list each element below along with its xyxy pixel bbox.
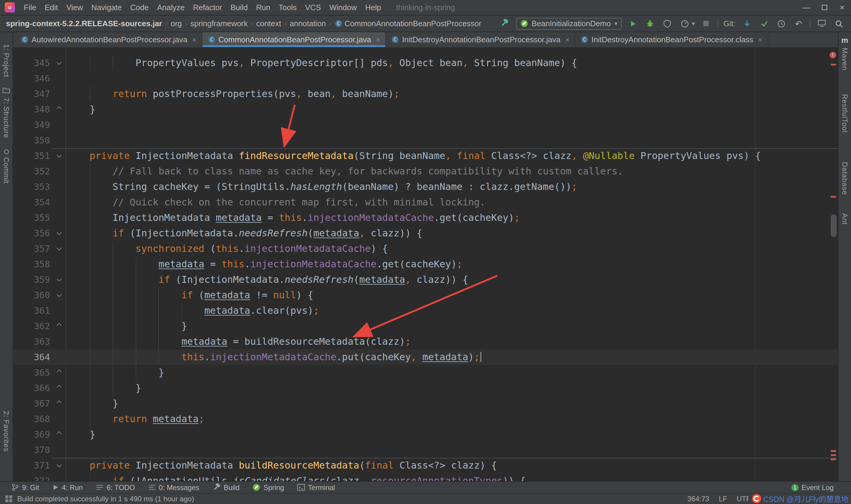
line-number[interactable]: 345 [13,55,50,71]
fold-end-icon[interactable] [50,365,67,380]
fold-end-icon[interactable] [50,380,67,396]
menu-build[interactable]: Build [226,3,252,12]
line-number[interactable]: 365 [13,365,50,380]
code-line-363[interactable]: 363metadata = buildResourceMetadata(claz… [13,334,838,349]
code-line-372[interactable]: 372if (!AnnotationUtils.isCandidateClass… [13,473,838,481]
tool-window-button-build[interactable]: Build [212,483,239,491]
fold-collapse-icon[interactable] [50,458,67,473]
code-line-358[interactable]: 358metadata = this.injectionMetadataCach… [13,257,838,272]
tool-window-button-4-run[interactable]: 4: Run [52,483,83,491]
error-indicator-badge[interactable]: ! [830,52,836,58]
code-line-361[interactable]: 361metadata.clear(pvs); [13,303,838,319]
line-number[interactable]: 351 [13,148,50,164]
line-number[interactable]: 366 [13,380,50,396]
tool-button-1-project[interactable]: 1: Project [0,44,13,77]
code-line-370[interactable]: 370 [13,443,838,458]
breadcrumb-item-annotation[interactable]: annotation [290,19,326,28]
code-line-362[interactable]: 362} [13,319,838,334]
code-line-350[interactable]: 350 [13,133,838,148]
run-config-selector[interactable]: BeanInitializationDemo▾ [516,18,621,30]
search-icon[interactable] [833,18,845,30]
breadcrumb-item-context[interactable]: context [256,19,281,28]
code-line-360[interactable]: 360if (metadata != null) { [13,288,838,303]
line-number[interactable]: 363 [13,334,50,349]
line-number[interactable]: 368 [13,411,50,427]
close-icon[interactable]: × [758,35,762,44]
tool-window-button-spring[interactable]: Spring [253,483,284,491]
line-number[interactable]: 355 [13,210,50,226]
breadcrumb-item-springframework[interactable]: springframework [190,19,248,28]
code-line-356[interactable]: 356if (InjectionMetadata.needsRefresh(me… [13,226,838,241]
debug-bug-icon[interactable] [644,18,656,30]
fold-collapse-icon[interactable] [50,288,67,303]
error-stripe-mark[interactable] [831,454,836,456]
code-line-347[interactable]: 347return postProcessProperties(pvs, bea… [13,86,838,102]
menu-refactor[interactable]: Refactor [189,3,226,12]
line-number[interactable]: 350 [13,133,50,148]
close-icon[interactable]: × [565,35,569,44]
tool-window-button-9-git[interactable]: 9: Git [11,483,39,491]
menu-analyze[interactable]: Analyze [153,3,189,12]
fold-end-icon[interactable] [50,396,67,411]
layout-monitor-icon[interactable] [816,18,828,30]
tool-window-button-0-messages[interactable]: 0: Messages [148,483,199,491]
line-number[interactable]: 369 [13,427,50,443]
line-number[interactable]: 354 [13,195,50,210]
menu-file[interactable]: File [20,3,40,12]
commit-check-icon[interactable] [758,18,770,30]
error-stripe[interactable]: ! [829,48,838,481]
fold-collapse-icon[interactable] [50,226,67,241]
code-line-355[interactable]: 355InjectionMetadata metadata = this.inj… [13,210,838,226]
code-line-369[interactable]: 369} [13,427,838,443]
tool-window-button-terminal[interactable]: Terminal [297,483,335,491]
code-line-351[interactable]: 351private InjectionMetadata findResourc… [13,148,838,164]
menu-code[interactable]: Code [126,3,153,12]
error-stripe-mark[interactable] [831,450,836,452]
menu-navigate[interactable]: Navigate [87,3,126,12]
code-line-359[interactable]: 359if (InjectionMetadata.needsRefresh(me… [13,272,838,288]
fold-collapse-icon[interactable] [50,148,67,164]
tab-initdestroyannotationbeanpostprocessor-java[interactable]: CInitDestroyAnnotationBeanPostProcessor.… [386,32,575,47]
fold-collapse-icon[interactable] [50,55,67,71]
menu-window[interactable]: Window [325,3,361,12]
tab-commonannotationbeanpostprocessor-java[interactable]: CCommonAnnotationBeanPostProcessor.java× [202,32,386,47]
line-number[interactable]: 353 [13,179,50,195]
menu-run[interactable]: Run [252,3,274,12]
close-button[interactable]: × [833,3,851,12]
breadcrumb-item-commonannotationbeanpostprocessor[interactable]: CCommonAnnotationBeanPostProcessor [334,19,482,28]
code-editor[interactable]: 345PropertyValues pvs, PropertyDescripto… [13,48,838,481]
build-hammer-teal-icon[interactable] [499,18,511,30]
close-icon[interactable]: × [192,35,196,44]
code-line-354[interactable]: 354// Quick check on the concurrent map … [13,195,838,210]
line-number[interactable]: 358 [13,257,50,272]
commit-ball-icon[interactable] [0,149,13,155]
fold-collapse-icon[interactable] [50,272,67,288]
line-number[interactable]: 370 [13,443,50,458]
line-number[interactable]: 347 [13,86,50,102]
fold-end-icon[interactable] [50,427,67,443]
window-switcher-icon[interactable] [5,495,13,503]
tool-window-button-6-todo[interactable]: 6: TODO [96,483,135,491]
line-number[interactable]: 360 [13,288,50,303]
line-number[interactable]: 364 [13,349,50,365]
editor-scrollbar-thumb[interactable] [831,214,837,237]
coverage-icon[interactable] [661,18,673,30]
line-number[interactable]: 362 [13,319,50,334]
code-line-367[interactable]: 367} [13,396,838,411]
menu-edit[interactable]: Edit [40,3,62,12]
tool-button-maven[interactable]: Maven [838,48,851,71]
line-number[interactable]: 371 [13,458,50,473]
tool-window-button-event-log[interactable]: 1Event Log [792,483,834,491]
line-separator[interactable]: LF [719,495,727,503]
tool-button-database[interactable]: Database [838,162,851,195]
menu-tools[interactable]: Tools [274,3,301,12]
line-number[interactable]: 367 [13,396,50,411]
menu-vcs[interactable]: VCS [301,3,325,12]
tool-button-2-favorites[interactable]: 2: Favorites [0,411,13,452]
maven-m-icon[interactable]: m [838,36,851,44]
tab-initdestroyannotationbeanpostprocessor-class[interactable]: CInitDestroyAnnotationBeanPostProcessor.… [575,32,768,47]
code-line-352[interactable]: 352// Fall back to class name as cache k… [13,164,838,179]
stop-icon[interactable] [700,18,712,30]
menu-view[interactable]: View [62,3,87,12]
tool-button-7-structure[interactable]: 7: Structure [0,98,13,138]
